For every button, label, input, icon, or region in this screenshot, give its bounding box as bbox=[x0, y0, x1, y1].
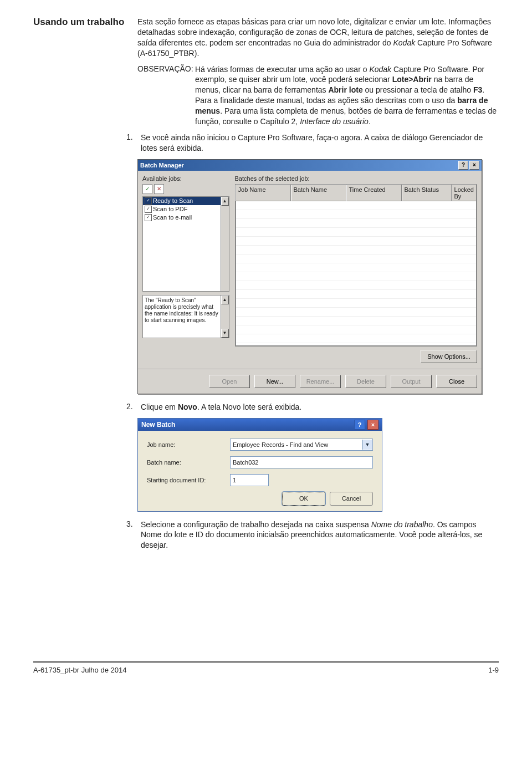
batch-manager-dialog: Batch Manager ? × Available jobs: ✓ ✕ ✓R… bbox=[137, 159, 482, 394]
rename-button[interactable]: Rename... bbox=[300, 375, 341, 388]
observation-text: Há várias formas de executar uma ação ao… bbox=[195, 64, 499, 127]
close-icon[interactable]: × bbox=[469, 161, 479, 170]
new-button[interactable]: New... bbox=[254, 375, 295, 388]
job-description: The "Ready to Scan" application is preci… bbox=[142, 295, 229, 338]
scroll-up-icon[interactable]: ▲ bbox=[221, 296, 229, 304]
chevron-down-icon[interactable]: ▼ bbox=[362, 440, 372, 450]
batches-of-job-label: Batches of the selected job: bbox=[235, 175, 477, 182]
starting-doc-id-label: Starting document ID: bbox=[147, 477, 230, 483]
starting-doc-id-field[interactable]: 1 bbox=[230, 474, 269, 486]
step-2: 2. Clique em Novo. A tela Novo lote será… bbox=[126, 402, 499, 412]
list-item[interactable]: ✓Scan to e-mail bbox=[143, 213, 229, 222]
batches-grid[interactable]: Job Name Batch Name Time Created Batch S… bbox=[235, 184, 477, 347]
help-icon[interactable]: ? bbox=[458, 161, 468, 170]
column-header[interactable]: Time Created bbox=[346, 185, 402, 201]
job-name-label: Job name: bbox=[147, 441, 230, 448]
new-batch-dialog: New Batch ? × Job name: Employee Records… bbox=[137, 418, 382, 512]
checkbox-icon[interactable]: ✓ bbox=[145, 197, 152, 205]
batch-manager-titlebar: Batch Manager ? × bbox=[138, 160, 482, 171]
footer-right: 1-9 bbox=[488, 666, 499, 674]
section-heading: Usando um trabalho bbox=[33, 17, 127, 556]
output-button[interactable]: Output bbox=[391, 375, 432, 388]
check-icon[interactable]: ✓ bbox=[142, 184, 152, 194]
column-header[interactable]: Batch Name bbox=[291, 185, 346, 201]
scrollbar[interactable]: ▲ ▼ bbox=[221, 296, 229, 338]
job-name-combo[interactable]: Employee Records - Find and View ▼ bbox=[230, 439, 373, 451]
column-header[interactable]: Locked By bbox=[452, 185, 477, 201]
step-3: 3. Selecione a configuração de trabalho … bbox=[126, 519, 499, 551]
batch-name-field[interactable]: Batch032 bbox=[230, 456, 373, 468]
list-item[interactable]: ✓Ready to Scan bbox=[143, 197, 229, 205]
scroll-up-icon[interactable]: ▲ bbox=[221, 197, 229, 206]
close-icon[interactable]: × bbox=[367, 420, 378, 430]
scroll-down-icon[interactable]: ▼ bbox=[221, 329, 229, 338]
intro-paragraph: Esta seção fornece as etapas básicas par… bbox=[137, 17, 499, 59]
new-batch-title: New Batch bbox=[141, 421, 175, 429]
new-batch-titlebar: New Batch ? × bbox=[138, 419, 382, 431]
page-footer: A-61735_pt-br Julho de 2014 1-9 bbox=[33, 661, 499, 674]
available-jobs-label: Available jobs: bbox=[142, 175, 229, 182]
x-icon[interactable]: ✕ bbox=[154, 184, 164, 194]
checkbox-icon[interactable]: ✓ bbox=[145, 214, 152, 221]
checkbox-icon[interactable]: ✓ bbox=[145, 206, 152, 213]
cancel-button[interactable]: Cancel bbox=[330, 492, 373, 506]
help-icon[interactable]: ? bbox=[354, 420, 365, 430]
close-button[interactable]: Close bbox=[436, 375, 477, 388]
ok-button[interactable]: OK bbox=[282, 492, 325, 506]
observation-label: OBSERVAÇÃO: bbox=[137, 64, 193, 73]
show-options-button[interactable]: Show Options... bbox=[421, 350, 477, 363]
scrollbar[interactable]: ▲ bbox=[221, 197, 229, 291]
column-header[interactable]: Job Name bbox=[236, 185, 291, 201]
jobs-list[interactable]: ✓Ready to Scan ✓Scan to PDF ✓Scan to e-m… bbox=[142, 196, 229, 292]
delete-button[interactable]: Delete bbox=[345, 375, 386, 388]
list-item[interactable]: ✓Scan to PDF bbox=[143, 205, 229, 213]
column-header[interactable]: Batch Status bbox=[402, 185, 452, 201]
batch-name-label: Batch name: bbox=[147, 459, 230, 466]
open-button[interactable]: Open bbox=[209, 375, 250, 388]
step-1: 1. Se você ainda não iniciou o Capture P… bbox=[126, 133, 499, 154]
batch-manager-title: Batch Manager bbox=[140, 162, 184, 169]
footer-left: A-61735_pt-br Julho de 2014 bbox=[33, 666, 126, 674]
